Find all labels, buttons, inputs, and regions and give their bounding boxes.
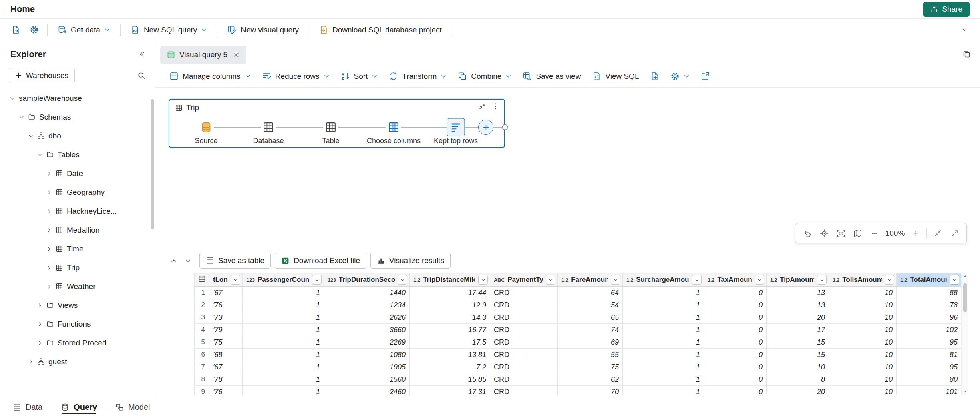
tree-item-tables[interactable]: Tables bbox=[0, 145, 155, 164]
toolbar-manage-columns-button[interactable]: Manage columns bbox=[164, 68, 256, 85]
row-number[interactable]: 5 bbox=[195, 336, 209, 349]
visualize-results-button[interactable]: Visualize results bbox=[370, 253, 451, 269]
collapse-sidebar-button[interactable] bbox=[138, 51, 145, 58]
grid-cell[interactable]: 80 bbox=[897, 373, 962, 386]
column-menu-button[interactable] bbox=[546, 275, 555, 285]
column-header-surchargeamount[interactable]: 1.2 SurchargeAmount bbox=[623, 273, 704, 287]
add-warehouses-button[interactable]: Warehouses bbox=[9, 68, 75, 83]
column-menu-button[interactable] bbox=[231, 275, 240, 285]
tree-item-samplewarehouse[interactable]: sampleWarehouse bbox=[0, 89, 155, 108]
grid-cell[interactable]: 1 bbox=[243, 336, 324, 349]
column-header-tlong[interactable]: tLong bbox=[209, 273, 243, 287]
sidebar-scrollbar-thumb[interactable] bbox=[151, 99, 154, 229]
expand-all-button[interactable] bbox=[946, 225, 962, 241]
new-item-button[interactable] bbox=[7, 22, 24, 38]
undo-button[interactable] bbox=[799, 225, 815, 241]
tree-item-weather[interactable]: Weather bbox=[0, 277, 155, 296]
grid-cell[interactable]: 13 bbox=[767, 287, 829, 299]
column-header-tollsamount[interactable]: 1.2 TollsAmount bbox=[829, 273, 897, 287]
grid-cell[interactable]: CRD bbox=[490, 361, 558, 373]
grid-cell[interactable]: 0 bbox=[704, 311, 767, 324]
grid-cell[interactable]: CRD bbox=[490, 336, 558, 349]
grid-cell[interactable]: 7.2 bbox=[410, 361, 490, 373]
grid-cell[interactable]: CRD bbox=[490, 386, 558, 395]
grid-corner-cell[interactable] bbox=[195, 273, 209, 287]
grid-cell[interactable]: 65 bbox=[558, 311, 623, 324]
grid-cell[interactable]: 10 bbox=[829, 386, 897, 395]
grid-cell[interactable]: 55 bbox=[558, 349, 623, 361]
toolbar-view-sql-button[interactable]: View SQL bbox=[587, 68, 644, 85]
get-data-button[interactable]: Get data bbox=[52, 22, 115, 38]
download-excel-file-button[interactable]: Download Excel file bbox=[275, 253, 366, 269]
grid-cell[interactable]: CRD bbox=[490, 311, 558, 324]
grid-cell[interactable]: 1 bbox=[623, 336, 704, 349]
grid-cell[interactable]: 10 bbox=[829, 311, 897, 324]
grid-cell[interactable]: 10 bbox=[767, 361, 829, 373]
grid-cell[interactable]: 1 bbox=[243, 324, 324, 336]
row-number[interactable]: 9 bbox=[195, 386, 209, 395]
grid-cell[interactable]: '76 bbox=[209, 299, 243, 311]
grid-cell[interactable]: '76 bbox=[209, 386, 243, 395]
scroll-up-button[interactable] bbox=[962, 274, 968, 278]
grid-cell[interactable]: '75 bbox=[209, 336, 243, 349]
grid-cell[interactable]: 17.5 bbox=[410, 336, 490, 349]
grid-cell[interactable]: 1 bbox=[623, 324, 704, 336]
grid-cell[interactable]: 17 bbox=[767, 324, 829, 336]
grid-cell[interactable]: 12.9 bbox=[410, 299, 490, 311]
grid-cell[interactable]: 95 bbox=[897, 336, 962, 349]
tree-item-schemas[interactable]: Schemas bbox=[0, 108, 155, 126]
toolbar-transform-button[interactable]: Transform bbox=[384, 68, 452, 85]
node-more-button[interactable] bbox=[492, 102, 499, 110]
column-menu-button[interactable] bbox=[312, 275, 322, 285]
grid-cell[interactable]: 1 bbox=[243, 349, 324, 361]
grid-cell[interactable]: 10 bbox=[829, 349, 897, 361]
column-header-tripdistancemiles[interactable]: 1.2 TripDistanceMiles bbox=[410, 273, 490, 287]
grid-cell[interactable]: CRD bbox=[490, 287, 558, 299]
grid-cell[interactable]: 102 bbox=[897, 324, 962, 336]
tree-item-stored-proced[interactable]: Stored Proced... bbox=[0, 333, 155, 352]
row-number[interactable]: 8 bbox=[195, 373, 209, 386]
grid-cell[interactable]: 20 bbox=[767, 386, 829, 395]
tree-item-hackneylice[interactable]: HackneyLice... bbox=[0, 202, 155, 221]
node-output-port[interactable] bbox=[502, 124, 508, 130]
toolbar-reduce-rows-button[interactable]: Reduce rows bbox=[257, 68, 335, 85]
tree-item-geography[interactable]: Geography bbox=[0, 183, 155, 202]
grid-cell[interactable]: 17.44 bbox=[410, 287, 490, 299]
grid-cell[interactable]: 13.81 bbox=[410, 349, 490, 361]
grid-cell[interactable]: 15 bbox=[767, 336, 829, 349]
grid-cell[interactable]: 1 bbox=[623, 311, 704, 324]
grid-cell[interactable]: 1905 bbox=[324, 361, 410, 373]
grid-cell[interactable]: 16.77 bbox=[410, 324, 490, 336]
grid-cell[interactable]: 74 bbox=[558, 324, 623, 336]
new-sql-query-button[interactable]: SQL New SQL query bbox=[125, 22, 212, 38]
column-menu-button[interactable] bbox=[478, 275, 488, 285]
grid-cell[interactable]: 1 bbox=[623, 299, 704, 311]
column-header-tripdurationseconds[interactable]: 123 TripDurationSeconds bbox=[324, 273, 410, 287]
row-number[interactable]: 1 bbox=[195, 287, 209, 299]
grid-cell[interactable]: '79 bbox=[209, 324, 243, 336]
toolbar-combine-button[interactable]: Combine bbox=[453, 68, 517, 85]
download-sql-project-button[interactable]: Download SQL database project bbox=[314, 22, 447, 38]
row-number[interactable]: 2 bbox=[195, 299, 209, 311]
grid-cell[interactable]: 1 bbox=[243, 311, 324, 324]
grid-cell[interactable]: '73 bbox=[209, 311, 243, 324]
grid-cell[interactable]: 1080 bbox=[324, 349, 410, 361]
toolbar-sort-button[interactable]: AZ Sort bbox=[336, 68, 383, 85]
query-node-trip[interactable]: Trip Source Database Table Choose column… bbox=[169, 99, 505, 148]
grid-cell[interactable]: 20 bbox=[767, 311, 829, 324]
row-number[interactable]: 7 bbox=[195, 361, 209, 373]
grid-cell[interactable]: 95 bbox=[897, 361, 962, 373]
grid-cell[interactable]: 54 bbox=[558, 299, 623, 311]
grid-cell[interactable]: 2460 bbox=[324, 386, 410, 395]
tree-item-functions[interactable]: Functions bbox=[0, 315, 155, 333]
grid-cell[interactable]: 10 bbox=[829, 336, 897, 349]
grid-cell[interactable]: 0 bbox=[704, 349, 767, 361]
column-header-fareamount[interactable]: 1.2 FareAmount bbox=[558, 273, 623, 287]
grid-cell[interactable]: 1 bbox=[623, 349, 704, 361]
grid-cell[interactable]: 1 bbox=[243, 361, 324, 373]
grid-cell[interactable]: 14.3 bbox=[410, 311, 490, 324]
grid-cell[interactable]: 1 bbox=[623, 361, 704, 373]
zoom-out-button[interactable] bbox=[867, 225, 883, 241]
tree-item-guest[interactable]: guest bbox=[0, 352, 155, 371]
row-number[interactable]: 3 bbox=[195, 311, 209, 324]
